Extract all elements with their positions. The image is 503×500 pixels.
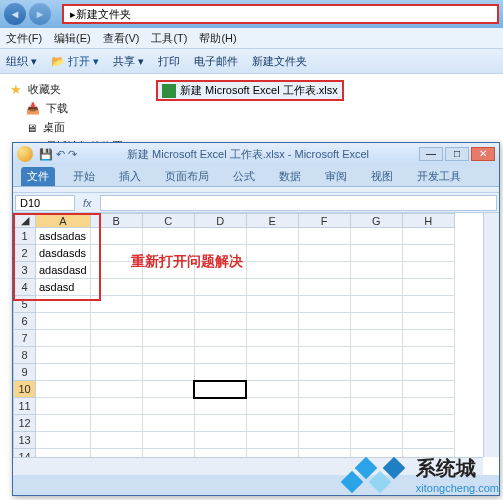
menu-tools[interactable]: 工具(T) — [151, 31, 187, 46]
organize-button[interactable]: 组织 ▾ — [6, 54, 37, 69]
nav-buttons[interactable]: ◄ ► — [4, 3, 58, 25]
explorer-toolbar: 组织 ▾ 📂 打开 ▾ 共享 ▾ 打印 电子邮件 新建文件夹 — [0, 48, 503, 74]
titlebar: 💾 ↶ ↷ 新建 Microsoft Excel 工作表.xlsx - Micr… — [13, 143, 499, 165]
cell-A4: asdasd — [36, 279, 91, 296]
office-orb-icon[interactable] — [17, 146, 33, 162]
col-C[interactable]: C — [142, 214, 194, 228]
excel-window: 💾 ↶ ↷ 新建 Microsoft Excel 工作表.xlsx - Micr… — [12, 142, 500, 496]
cell-A3: adasdasd — [36, 262, 91, 279]
grid[interactable]: ◢ A B C D E F G H 1asdsadas 2dasdasds 3a… — [13, 213, 499, 475]
window-title: 新建 Microsoft Excel 工作表.xlsx - Microsoft … — [77, 147, 419, 162]
col-D[interactable]: D — [194, 214, 246, 228]
cell-A1: asdsadas — [36, 228, 91, 245]
close-button[interactable]: ✕ — [471, 147, 495, 161]
file-item[interactable]: 新建 Microsoft Excel 工作表.xlsx — [156, 80, 344, 101]
email-button[interactable]: 电子邮件 — [194, 54, 238, 69]
tab-file[interactable]: 文件 — [21, 167, 55, 186]
open-button[interactable]: 📂 打开 ▾ — [51, 54, 99, 69]
name-box[interactable]: D10 — [15, 195, 75, 211]
nav-downloads[interactable]: 📥 下载 — [10, 99, 140, 118]
col-E[interactable]: E — [246, 214, 298, 228]
address-text: 新建文件夹 — [76, 7, 131, 22]
active-cell — [194, 381, 246, 398]
menu-edit[interactable]: 编辑(E) — [54, 31, 91, 46]
logo-icon — [340, 452, 410, 496]
cell-A2: dasdasds — [36, 245, 91, 262]
print-button[interactable]: 打印 — [158, 54, 180, 69]
annotation-text: 重新打开问题解决 — [131, 253, 243, 271]
fx-icon[interactable]: fx — [75, 197, 100, 209]
nav-favorites[interactable]: ★收藏夹 — [10, 80, 140, 99]
vertical-scrollbar[interactable] — [483, 213, 499, 457]
address-bar[interactable]: ▸ 新建文件夹 — [62, 4, 499, 24]
newfolder-button[interactable]: 新建文件夹 — [252, 54, 307, 69]
col-A[interactable]: A — [36, 214, 91, 228]
col-G[interactable]: G — [350, 214, 402, 228]
col-H[interactable]: H — [402, 214, 454, 228]
formula-input[interactable] — [100, 195, 497, 211]
minimize-button[interactable]: — — [419, 147, 443, 161]
tab-dev[interactable]: 开发工具 — [411, 167, 467, 186]
watermark: 系统城 xitongcheng.com — [340, 452, 499, 496]
ribbon-tabs: 文件 开始 插入 页面布局 公式 数据 审阅 视图 开发工具 — [13, 165, 499, 187]
forward-icon: ► — [29, 3, 51, 25]
nav-desktop[interactable]: 🖥 桌面 — [10, 118, 140, 137]
excel-icon — [162, 84, 176, 98]
tab-data[interactable]: 数据 — [273, 167, 307, 186]
tab-insert[interactable]: 插入 — [113, 167, 147, 186]
explorer-header: ◄ ► ▸ 新建文件夹 — [0, 0, 503, 28]
explorer-menubar: 文件(F) 编辑(E) 查看(V) 工具(T) 帮助(H) — [0, 28, 503, 48]
menu-file[interactable]: 文件(F) — [6, 31, 42, 46]
col-F[interactable]: F — [298, 214, 350, 228]
back-icon: ◄ — [4, 3, 26, 25]
tab-view[interactable]: 视图 — [365, 167, 399, 186]
select-all[interactable]: ◢ — [14, 214, 36, 228]
tab-home[interactable]: 开始 — [67, 167, 101, 186]
maximize-button[interactable]: □ — [445, 147, 469, 161]
formula-bar: D10 fx — [13, 193, 499, 213]
tab-formula[interactable]: 公式 — [227, 167, 261, 186]
tab-layout[interactable]: 页面布局 — [159, 167, 215, 186]
tab-review[interactable]: 审阅 — [319, 167, 353, 186]
menu-help[interactable]: 帮助(H) — [199, 31, 236, 46]
col-B[interactable]: B — [90, 214, 142, 228]
share-button[interactable]: 共享 ▾ — [113, 54, 144, 69]
file-name: 新建 Microsoft Excel 工作表.xlsx — [180, 83, 338, 98]
star-icon: ★ — [10, 82, 22, 97]
menu-view[interactable]: 查看(V) — [103, 31, 140, 46]
quick-access[interactable]: 💾 ↶ ↷ — [39, 148, 77, 161]
